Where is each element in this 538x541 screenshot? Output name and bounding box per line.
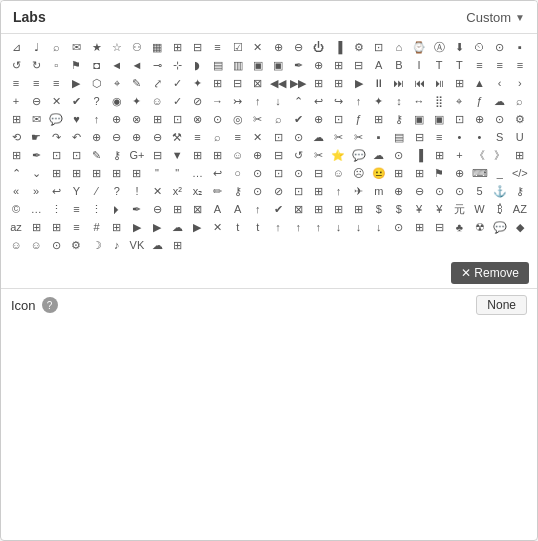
icon-cell[interactable]: ⊕ bbox=[108, 110, 126, 128]
icon-cell[interactable]: ⣿ bbox=[430, 92, 448, 110]
icon-cell[interactable]: ⊡ bbox=[329, 110, 347, 128]
icon-cell[interactable]: ○ bbox=[229, 164, 247, 182]
icon-cell[interactable]: ⏲ bbox=[471, 38, 489, 56]
icon-cell[interactable]: U bbox=[511, 128, 529, 146]
icon-cell[interactable]: → bbox=[209, 92, 227, 110]
icon-cell[interactable]: ⊖ bbox=[108, 128, 126, 146]
icon-cell[interactable]: ⊟ bbox=[269, 146, 287, 164]
icon-cell[interactable]: T bbox=[430, 56, 448, 74]
icon-cell[interactable]: ▐ bbox=[329, 38, 347, 56]
icon-cell[interactable]: ⌂ bbox=[390, 38, 408, 56]
icon-cell[interactable]: ⊡ bbox=[269, 164, 287, 182]
icon-cell[interactable]: $ bbox=[390, 200, 408, 218]
icon-cell[interactable]: # bbox=[88, 218, 106, 236]
icon-cell[interactable]: ⭐ bbox=[329, 146, 347, 164]
icon-cell[interactable]: ✈ bbox=[350, 182, 368, 200]
icon-cell[interactable]: ⊡ bbox=[67, 146, 85, 164]
icon-cell[interactable]: ≡ bbox=[27, 74, 45, 92]
icon-cell[interactable]: ⊞ bbox=[7, 110, 25, 128]
icon-cell[interactable]: » bbox=[27, 182, 45, 200]
icon-cell[interactable]: ⊟ bbox=[410, 128, 428, 146]
icon-cell[interactable]: ⊙ bbox=[249, 164, 267, 182]
icon-cell[interactable]: AZ bbox=[511, 200, 529, 218]
icon-cell[interactable]: ⊞ bbox=[410, 218, 428, 236]
icon-cell[interactable]: ⊞ bbox=[511, 146, 529, 164]
icon-cell[interactable]: ⬡ bbox=[88, 74, 106, 92]
icon-cell[interactable]: ↑ bbox=[249, 92, 267, 110]
icon-cell[interactable]: ▤ bbox=[209, 56, 227, 74]
icon-cell[interactable]: ⏻ bbox=[309, 38, 327, 56]
icon-cell[interactable]: ⌖ bbox=[108, 74, 126, 92]
icon-cell[interactable]: ✉ bbox=[27, 110, 45, 128]
icon-cell[interactable]: ⊟ bbox=[148, 146, 166, 164]
icon-cell[interactable]: ◀◀ bbox=[269, 74, 287, 92]
icon-cell[interactable]: ⊖ bbox=[410, 182, 428, 200]
icon-cell[interactable]: ⊞ bbox=[450, 74, 468, 92]
icon-cell[interactable]: ↕ bbox=[390, 92, 408, 110]
icon-cell[interactable]: az bbox=[7, 218, 25, 236]
icon-cell[interactable]: ⊙ bbox=[430, 182, 448, 200]
icon-cell[interactable]: I bbox=[410, 56, 428, 74]
icon-cell[interactable]: ⊠ bbox=[249, 74, 267, 92]
icon-cell[interactable]: ♥ bbox=[67, 110, 85, 128]
icon-cell[interactable]: ƒ bbox=[350, 110, 368, 128]
icon-cell[interactable]: ☁ bbox=[309, 128, 327, 146]
icon-cell[interactable]: ⌃ bbox=[7, 164, 25, 182]
remove-button[interactable]: ✕ Remove bbox=[451, 262, 529, 284]
icon-cell[interactable]: ⌕ bbox=[209, 128, 227, 146]
icon-cell[interactable]: ⊞ bbox=[350, 200, 368, 218]
icon-cell[interactable]: ⊞ bbox=[329, 200, 347, 218]
icon-cell[interactable]: ☹ bbox=[350, 164, 368, 182]
icon-cell[interactable]: ⚙ bbox=[511, 110, 529, 128]
icon-cell[interactable]: ≡ bbox=[188, 128, 206, 146]
icon-cell[interactable]: ☺ bbox=[229, 146, 247, 164]
icon-cell[interactable]: ⊗ bbox=[188, 110, 206, 128]
icon-cell[interactable]: ↑ bbox=[350, 92, 368, 110]
icon-cell[interactable]: ⊞ bbox=[430, 146, 448, 164]
icon-cell[interactable]: ⋮ bbox=[88, 200, 106, 218]
icon-cell[interactable]: • bbox=[471, 128, 489, 146]
icon-cell[interactable]: ↩ bbox=[209, 164, 227, 182]
icon-cell[interactable]: ↑ bbox=[309, 218, 327, 236]
icon-cell[interactable]: ⊡ bbox=[289, 182, 307, 200]
icon-cell[interactable]: ⟲ bbox=[7, 128, 25, 146]
icon-cell[interactable]: ⊕ bbox=[128, 128, 146, 146]
icon-cell[interactable]: ⊸ bbox=[148, 56, 166, 74]
icon-cell[interactable]: ↻ bbox=[27, 56, 45, 74]
icon-cell[interactable]: › bbox=[511, 74, 529, 92]
icon-cell[interactable]: ★ bbox=[88, 38, 106, 56]
icon-cell[interactable]: 元 bbox=[450, 200, 468, 218]
icon-cell[interactable]: ⌕ bbox=[511, 92, 529, 110]
icon-cell[interactable]: ! bbox=[128, 182, 146, 200]
icon-cell[interactable]: + bbox=[7, 92, 25, 110]
icon-cell[interactable]: ⊞ bbox=[148, 110, 166, 128]
icon-cell[interactable]: ⌕ bbox=[269, 110, 287, 128]
icon-cell[interactable]: 💬 bbox=[350, 146, 368, 164]
icon-cell[interactable]: ↓ bbox=[350, 218, 368, 236]
icon-cell[interactable]: … bbox=[27, 200, 45, 218]
icon-cell[interactable]: ▣ bbox=[410, 110, 428, 128]
icon-cell[interactable]: ⚙ bbox=[350, 38, 368, 56]
icon-cell[interactable]: G+ bbox=[128, 146, 146, 164]
icon-cell[interactable]: ◘ bbox=[88, 56, 106, 74]
icon-cell[interactable]: ⊡ bbox=[450, 110, 468, 128]
icon-cell[interactable]: ⊟ bbox=[430, 218, 448, 236]
icon-cell[interactable]: ↩ bbox=[47, 182, 65, 200]
icon-cell[interactable]: ⊡ bbox=[370, 38, 388, 56]
icon-cell[interactable]: ⊟ bbox=[350, 56, 368, 74]
icon-cell[interactable]: ▶ bbox=[350, 74, 368, 92]
icon-cell[interactable]: ✂ bbox=[249, 110, 267, 128]
icon-cell[interactable]: ☺ bbox=[329, 164, 347, 182]
icon-cell[interactable]: ⊙ bbox=[450, 182, 468, 200]
icon-cell[interactable]: x₂ bbox=[188, 182, 206, 200]
icon-cell[interactable]: ⚷ bbox=[390, 110, 408, 128]
icon-cell[interactable]: ≡ bbox=[67, 218, 85, 236]
icon-cell[interactable]: ⏭ bbox=[390, 74, 408, 92]
icon-cell[interactable]: ▥ bbox=[229, 56, 247, 74]
icon-cell[interactable]: ☁ bbox=[148, 236, 166, 254]
icon-cell[interactable]: ⏮ bbox=[410, 74, 428, 92]
icon-cell[interactable]: VK bbox=[128, 236, 146, 254]
icon-cell[interactable]: A bbox=[229, 200, 247, 218]
icon-cell[interactable]: ⊡ bbox=[168, 110, 186, 128]
icon-cell[interactable]: ‹ bbox=[491, 74, 509, 92]
